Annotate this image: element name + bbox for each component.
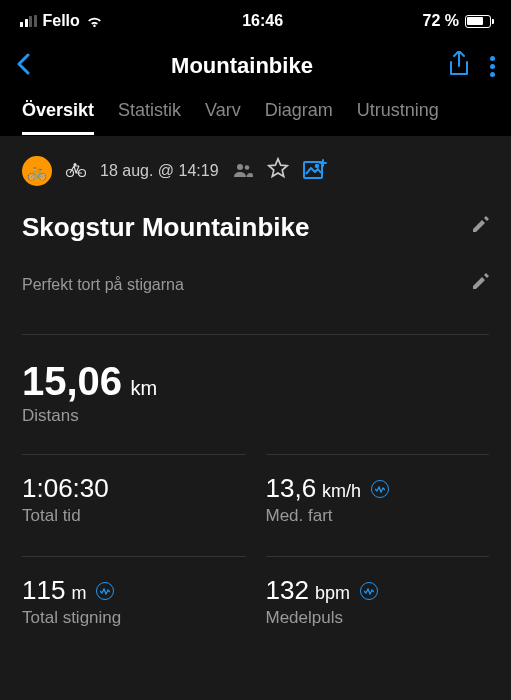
distance-value: 15,06 bbox=[22, 359, 122, 403]
activity-meta: 🚲 18 aug. @ 14:19 bbox=[22, 156, 489, 186]
edit-note-button[interactable] bbox=[471, 273, 489, 296]
speed-label: Med. fart bbox=[266, 506, 490, 526]
signal-icon bbox=[20, 15, 37, 27]
speed-unit: km/h bbox=[322, 481, 361, 502]
hr-label: Medelpuls bbox=[266, 608, 490, 628]
speed-stat: 13,6 km/h Med. fart bbox=[266, 454, 490, 526]
tab-laps[interactable]: Varv bbox=[205, 100, 241, 135]
more-menu-button[interactable] bbox=[490, 56, 495, 77]
time-value: 1:06:30 bbox=[22, 473, 109, 504]
tabs: Översikt Statistik Varv Diagram Utrustni… bbox=[0, 100, 511, 136]
wifi-icon bbox=[86, 15, 103, 28]
header: Mountainbike bbox=[0, 38, 511, 100]
svg-point-6 bbox=[315, 164, 318, 167]
hr-unit: bpm bbox=[315, 583, 350, 604]
people-icon[interactable] bbox=[233, 161, 253, 182]
status-left: Fello bbox=[20, 12, 103, 30]
svg-point-2 bbox=[74, 163, 77, 166]
time-stat: 1:06:30 Total tid bbox=[22, 454, 246, 526]
hr-value: 132 bbox=[266, 575, 309, 606]
add-photo-button[interactable] bbox=[303, 158, 327, 185]
svg-point-3 bbox=[237, 164, 243, 170]
status-bar: Fello 16:46 72 % bbox=[0, 0, 511, 38]
tab-gear[interactable]: Utrustning bbox=[357, 100, 439, 135]
svg-point-4 bbox=[244, 165, 249, 170]
activity-type-icon: 🚲 bbox=[22, 156, 52, 186]
share-button[interactable] bbox=[448, 51, 470, 81]
battery-icon bbox=[465, 15, 491, 28]
speed-info-icon[interactable] bbox=[371, 480, 389, 498]
elevation-value: 115 bbox=[22, 575, 65, 606]
carrier-label: Fello bbox=[43, 12, 80, 30]
bike-icon bbox=[66, 161, 86, 182]
speed-value: 13,6 bbox=[266, 473, 317, 504]
hr-info-icon[interactable] bbox=[360, 582, 378, 600]
edit-title-button[interactable] bbox=[471, 216, 489, 239]
distance-unit: km bbox=[131, 377, 158, 399]
stats-grid: 1:06:30 Total tid 13,6 km/h Med. fart 11… bbox=[22, 454, 489, 628]
battery-label: 72 % bbox=[423, 12, 459, 30]
hr-stat: 132 bpm Medelpuls bbox=[266, 556, 490, 628]
favorite-button[interactable] bbox=[267, 157, 289, 185]
elevation-info-icon[interactable] bbox=[96, 582, 114, 600]
elevation-stat: 115 m Total stigning bbox=[22, 556, 246, 628]
status-right: 72 % bbox=[423, 12, 491, 30]
elevation-unit: m bbox=[71, 583, 86, 604]
divider bbox=[22, 334, 489, 335]
activity-date: 18 aug. @ 14:19 bbox=[100, 162, 219, 180]
page-title: Mountainbike bbox=[36, 53, 448, 79]
status-time: 16:46 bbox=[242, 12, 283, 30]
tab-stats[interactable]: Statistik bbox=[118, 100, 181, 135]
distance-label: Distans bbox=[22, 406, 489, 426]
tab-overview[interactable]: Översikt bbox=[22, 100, 94, 135]
activity-title: Skogstur Mountainbike bbox=[22, 212, 309, 243]
content: 🚲 18 aug. @ 14:19 bbox=[0, 136, 511, 700]
time-label: Total tid bbox=[22, 506, 246, 526]
elevation-label: Total stigning bbox=[22, 608, 246, 628]
distance-stat: 15,06 km Distans bbox=[22, 359, 489, 426]
tab-charts[interactable]: Diagram bbox=[265, 100, 333, 135]
activity-note: Perfekt tort på stigarna bbox=[22, 276, 184, 294]
